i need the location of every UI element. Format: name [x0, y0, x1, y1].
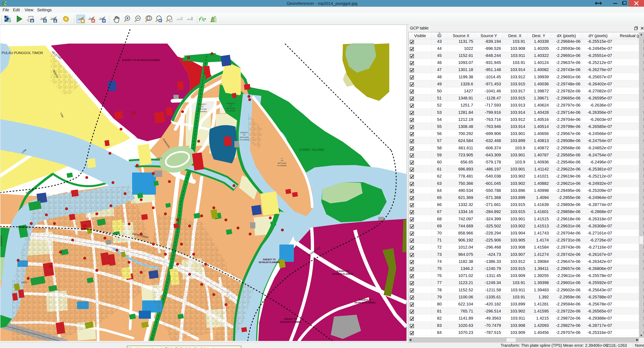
svg-text:TO: TO — [281, 160, 283, 162]
svg-text:PUNGGOL: PUNGGOL — [0, 235, 2, 246]
svg-text:PLANNING: PLANNING — [226, 110, 235, 112]
svg-text:DETAILED PLANNING: DETAILED PLANNING — [259, 261, 280, 264]
svg-text:DETAILED: DETAILED — [240, 136, 249, 138]
svg-text:DETAILED PLANNING: DETAILED PLANNING — [354, 302, 376, 304]
svg-text:SUBJECT TO: SUBJECT TO — [284, 318, 297, 320]
svg-text:TAMPINES: TAMPINES — [18, 226, 30, 228]
svg-text:SUBJECT: SUBJECT — [198, 103, 206, 105]
svg-text:SUBJECT TO: SUBJECT TO — [336, 270, 349, 272]
svg-text:SUBJECT TO DETAILED PLANNING: SUBJECT TO DETAILED PLANNING — [122, 59, 160, 61]
svg-text:SUBJECT: SUBJECT — [240, 132, 248, 134]
svg-text:TO: TO — [201, 106, 204, 108]
svg-text:SUBJECT TO: SUBJECT TO — [358, 299, 371, 301]
svg-text:TO: TO — [230, 105, 232, 107]
svg-text:DETAILED PLANNING: DETAILED PLANNING — [280, 321, 301, 323]
svg-text:PLANNING: PLANNING — [198, 110, 207, 112]
svg-text:CONEY ISLAND: CONEY ISLAND — [299, 148, 324, 151]
svg-text:DETAILED: DETAILED — [198, 108, 207, 110]
svg-text:DETAILED PLANNING: DETAILED PLANNING — [332, 273, 353, 275]
svg-text:TO: TO — [243, 134, 246, 136]
svg-text:SUBJECT: SUBJECT — [226, 102, 235, 104]
svg-text:DETAILED: DETAILED — [278, 162, 286, 164]
svg-text:SUBJECT TO: SUBJECT TO — [263, 258, 276, 261]
svg-text:PLANNING: PLANNING — [240, 139, 249, 141]
svg-text:DETAILED: DETAILED — [226, 107, 235, 109]
svg-text:PULAU PUNGGOL TIMOR: PULAU PUNGGOL TIMOR — [2, 51, 43, 55]
svg-text:PLANNING: PLANNING — [277, 164, 286, 167]
svg-text:EAST: EAST — [22, 281, 27, 284]
